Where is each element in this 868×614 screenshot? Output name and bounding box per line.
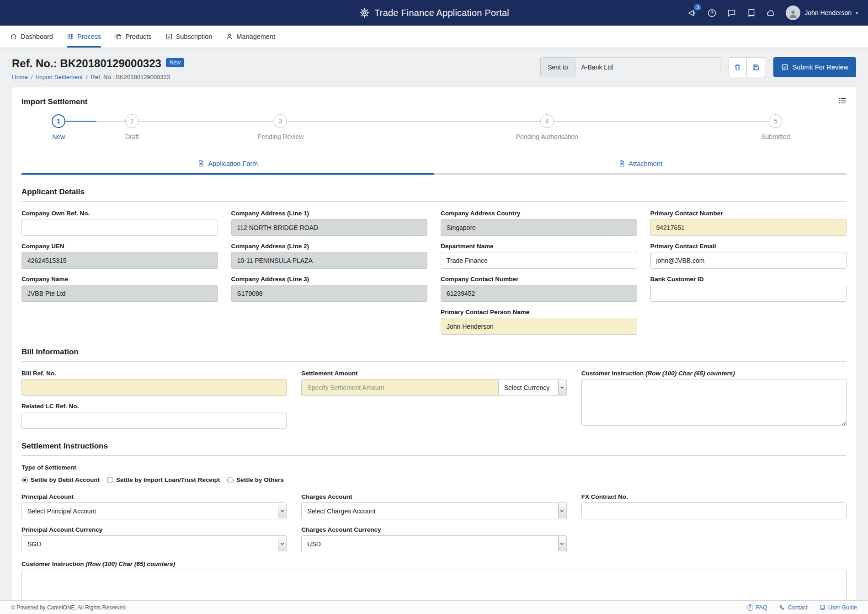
- delete-button[interactable]: [729, 57, 747, 77]
- bill-grid: Bill Ref. No. Settlement Amount Select C…: [21, 370, 847, 429]
- primary-contact-number-input[interactable]: [650, 219, 847, 236]
- principal-account-select[interactable]: Select Principal Account: [21, 502, 287, 519]
- nav-item-products[interactable]: Products: [115, 26, 151, 48]
- step-circle: 4: [540, 114, 554, 128]
- primary-contact-email-input[interactable]: [650, 252, 847, 269]
- select-caret-icon: [558, 503, 566, 518]
- announcements-icon[interactable]: 3: [687, 8, 697, 18]
- page-head-left: Ref. No.: BK20180129000323 New Home / Im…: [12, 57, 184, 80]
- contact-link[interactable]: Contact: [779, 604, 808, 611]
- bill-ref-input[interactable]: [21, 379, 287, 396]
- field-label: Primary Contact Number: [650, 210, 847, 217]
- field-label: Customer Instruction (Row (100) Char (65…: [581, 370, 847, 377]
- user-name: John Henderson: [804, 9, 852, 16]
- section-title-settlement-instructions: Settlement Instructions: [21, 442, 847, 451]
- step-label: Submitted: [761, 133, 790, 140]
- copyright-text: © Powered by CamelONE. All Rights Reserv…: [11, 604, 127, 611]
- field-company-contact-number: Company Contact Number: [441, 276, 637, 302]
- footer-links: ? FAQ Contact User Guide: [747, 604, 857, 611]
- list-menu-icon[interactable]: [838, 96, 847, 107]
- field-label: Customer Instruction (Row (100) Char (65…: [21, 561, 847, 567]
- faq-label: FAQ: [756, 604, 767, 611]
- tab-attachment[interactable]: Attachment: [434, 154, 847, 175]
- user-menu[interactable]: John Henderson ▾: [786, 5, 858, 20]
- nav-item-label: Management: [236, 33, 275, 40]
- document-icon: [197, 160, 204, 167]
- step-pending-authorisation: 4 Pending Authorisation: [516, 114, 578, 140]
- page-head: Ref. No.: BK20180129000323 New Home / Im…: [0, 48, 868, 86]
- field-department-name: Department Name: [441, 243, 637, 269]
- nav-item-subscription[interactable]: Subscription: [165, 26, 213, 48]
- company-own-ref-input[interactable]: [21, 219, 218, 236]
- field-label-note: (Row (100) Char (65) counters): [645, 370, 735, 377]
- nav-item-dashboard[interactable]: Dashboard: [10, 26, 53, 48]
- applicant-grid: Company Own Ref. No. Company Address (Li…: [21, 210, 847, 335]
- step-circle: 2: [125, 114, 139, 128]
- principal-account-currency-select[interactable]: SGD: [21, 535, 287, 552]
- related-lc-ref-input[interactable]: [21, 412, 287, 429]
- type-of-settlement-label: Type of Settlement: [21, 464, 847, 471]
- bank-customer-id-input[interactable]: [650, 285, 847, 302]
- notification-badge: 3: [694, 4, 701, 11]
- field-label: Company Address (Line 2): [231, 243, 428, 250]
- card-head: Import Settlement: [21, 96, 847, 107]
- field-label: Company UEN: [21, 243, 218, 250]
- field-label: Company Name: [21, 276, 218, 283]
- cloud-icon[interactable]: [766, 8, 776, 18]
- nav-item-management[interactable]: Management: [226, 26, 275, 48]
- field-label: FX Contract No.: [581, 493, 847, 500]
- field-label: Department Name: [441, 243, 637, 250]
- step-submitted: 5 Submitted: [761, 114, 790, 140]
- phone-icon: [779, 604, 785, 610]
- guide-icon[interactable]: [746, 8, 756, 18]
- breadcrumb: Home / Import Settlement / Ref. No.: BK2…: [12, 74, 184, 80]
- tab-label: Application Form: [208, 160, 258, 167]
- sent-to-label: Sent to: [540, 57, 575, 77]
- primary-contact-person-input[interactable]: [441, 318, 637, 335]
- field-label: Principal Account: [21, 493, 287, 500]
- user-guide-label: User Guide: [828, 604, 857, 611]
- sent-to-input[interactable]: [575, 57, 720, 77]
- stepper-track: [59, 121, 776, 122]
- step-pending-review: 3 Pending Review: [257, 114, 304, 140]
- helm-logo-icon: [359, 7, 370, 18]
- section-divider: [21, 361, 847, 362]
- department-name-input[interactable]: [441, 252, 637, 269]
- charges-account-select[interactable]: Select Charges Account: [301, 502, 566, 519]
- select-caret-icon: [558, 536, 566, 551]
- currency-select[interactable]: Select Currency: [498, 379, 567, 396]
- tab-application-form[interactable]: Application Form: [21, 154, 434, 175]
- company-uen-input: [21, 252, 218, 269]
- fx-contract-no-input[interactable]: [581, 502, 847, 519]
- step-new: 1 New: [52, 114, 65, 140]
- breadcrumb-home[interactable]: Home: [12, 74, 28, 80]
- radio-selected-icon: [21, 477, 28, 483]
- step-circle: 3: [274, 114, 288, 128]
- radio-settle-by-debit-account[interactable]: Settle by Debit Account: [21, 476, 100, 483]
- field-label: Bank Customer ID: [650, 276, 847, 283]
- nav-item-process[interactable]: Process: [67, 26, 101, 48]
- submit-for-review-button[interactable]: Submit For Review: [773, 57, 856, 77]
- settlement-amount-input[interactable]: [301, 379, 498, 396]
- field-charges-account: Charges Account Select Charges Account: [301, 493, 566, 519]
- save-button[interactable]: [747, 57, 765, 77]
- faq-link[interactable]: ? FAQ: [747, 604, 767, 611]
- help-icon[interactable]: [707, 8, 717, 18]
- radio-settle-by-others[interactable]: Settle by Others: [227, 476, 284, 483]
- field-company-address-3: Company Address (Line 3): [231, 276, 428, 302]
- charges-account-value: Select Charges Account: [307, 507, 375, 515]
- field-label: Charges Account Currency: [301, 526, 566, 533]
- user-guide-link[interactable]: User Guide: [820, 604, 857, 611]
- radio-settle-by-import-loan[interactable]: Settle by Import Loan/Trust Receipt: [107, 476, 220, 483]
- charges-account-currency-select[interactable]: USD: [301, 535, 566, 552]
- field-settlement-amount: Settlement Amount Select Currency: [301, 370, 566, 396]
- breadcrumb-import-settlement[interactable]: Import Settlement: [36, 74, 83, 80]
- breadcrumb-separator: /: [86, 74, 88, 80]
- radio-label: Settle by Debit Account: [31, 476, 100, 483]
- save-icon: [752, 64, 760, 71]
- step-draft: 2 Draft: [125, 114, 139, 140]
- charges-account-currency-value: USD: [307, 540, 321, 548]
- page-head-actions: Sent to Submit For Review: [540, 57, 856, 77]
- chat-icon[interactable]: [727, 8, 736, 18]
- bill-customer-instruction-textarea[interactable]: [581, 379, 847, 426]
